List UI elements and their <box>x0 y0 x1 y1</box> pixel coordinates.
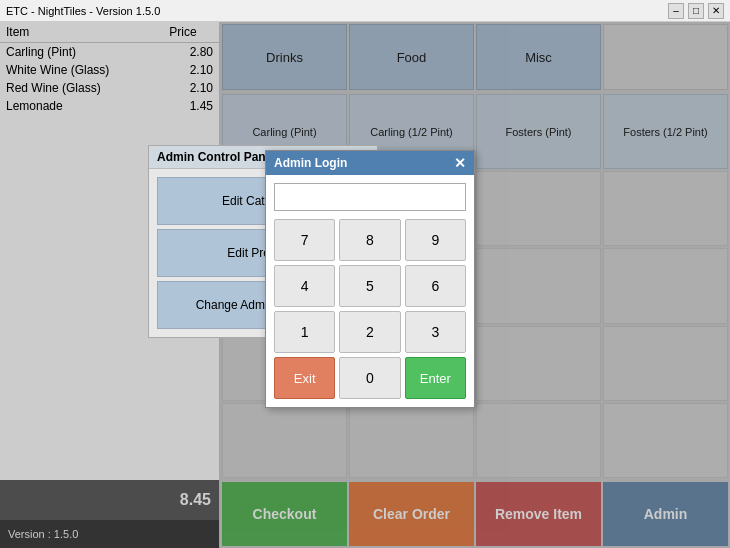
close-button[interactable]: ✕ <box>708 3 724 19</box>
login-dialog: Admin Login ✕ 789456123 Exit 0 Enter <box>265 150 475 408</box>
exit-button[interactable]: Exit <box>274 357 335 399</box>
login-close-button[interactable]: ✕ <box>454 156 466 170</box>
numpad-key-9[interactable]: 9 <box>405 219 466 261</box>
app-title: ETC - NightTiles - Version 1.5.0 <box>6 5 160 17</box>
maximize-button[interactable]: □ <box>688 3 704 19</box>
minimize-button[interactable]: – <box>668 3 684 19</box>
numpad-key-2[interactable]: 2 <box>339 311 400 353</box>
numpad-bottom: Exit 0 Enter <box>274 357 466 399</box>
login-input[interactable] <box>274 183 466 211</box>
numpad-key-8[interactable]: 8 <box>339 219 400 261</box>
numpad-key-4[interactable]: 4 <box>274 265 335 307</box>
enter-button[interactable]: Enter <box>405 357 466 399</box>
numpad-key-3[interactable]: 3 <box>405 311 466 353</box>
numpad-key-7[interactable]: 7 <box>274 219 335 261</box>
window-controls: – □ ✕ <box>668 3 724 19</box>
login-title-bar: Admin Login ✕ <box>266 151 474 175</box>
login-title: Admin Login <box>274 156 347 170</box>
title-bar: ETC - NightTiles - Version 1.5.0 – □ ✕ <box>0 0 730 22</box>
numpad-key-5[interactable]: 5 <box>339 265 400 307</box>
numpad-key-1[interactable]: 1 <box>274 311 335 353</box>
numpad-key-6[interactable]: 6 <box>405 265 466 307</box>
zero-button[interactable]: 0 <box>339 357 400 399</box>
numpad: 789456123 <box>274 219 466 353</box>
login-body: 789456123 Exit 0 Enter <box>266 175 474 407</box>
